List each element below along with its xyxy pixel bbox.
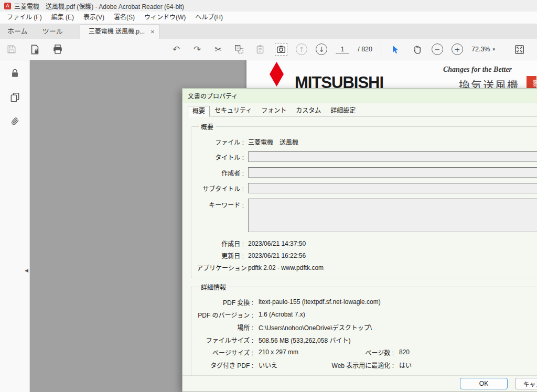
pdf-version-row: PDF のバージョン : 1.6 (Acrobat 7.x) xyxy=(197,308,537,321)
next-page-button[interactable]: ↓ xyxy=(316,43,327,55)
copy-special-button[interactable] xyxy=(233,43,245,56)
keywords-field[interactable] xyxy=(248,199,537,232)
mitsubishi-diamond-logo xyxy=(270,62,284,86)
file-label: ファイル : xyxy=(197,137,244,146)
menu-window[interactable]: ウィンドウ(W) xyxy=(139,12,190,24)
tab-advanced[interactable]: 詳細設定 xyxy=(326,105,360,116)
window-titlebar: A 三菱電機 送風機.pdf (保護) - Adobe Acrobat Read… xyxy=(0,0,537,12)
tab-security[interactable]: セキュリティ xyxy=(210,105,256,116)
save-button[interactable] xyxy=(5,43,18,56)
tab-tools[interactable]: ツール xyxy=(35,24,70,39)
menu-file[interactable]: ファイル (F) xyxy=(2,12,47,24)
author-row: 作成者 : xyxy=(197,167,537,178)
attachments-panel-button[interactable] xyxy=(9,116,20,126)
toolbar-divider xyxy=(381,43,381,56)
document-viewport[interactable]: MITSUBISHI Changes for the Better 換気送風機 … xyxy=(30,60,537,392)
keywords-label: キーワード : xyxy=(197,200,244,209)
keywords-row: キーワード : xyxy=(197,199,537,232)
printer-icon xyxy=(52,44,63,55)
hand-tool-button[interactable] xyxy=(411,43,423,56)
cut-button[interactable]: ✂ xyxy=(212,43,224,56)
content-area: ◀ MITSUBISHI Changes for the Better 換気送風… xyxy=(0,60,537,392)
dialog-tabstrip: 概要 セキュリティ フォント カスタム 詳細設定 xyxy=(188,106,537,117)
pagecount-label: ページ数 : xyxy=(327,348,394,357)
panel-collapse-icon[interactable]: ◀ xyxy=(25,268,28,273)
web-optimized-label: Web 表示用に最適化 : xyxy=(327,361,394,369)
camera-snapshot-icon xyxy=(276,45,286,54)
tab-close-icon[interactable]: × xyxy=(151,28,155,35)
pagecount-value: 820 xyxy=(399,349,537,356)
pdf-version-value: 1.6 (Acrobat 7.x) xyxy=(259,311,537,318)
dialog-footer: OK キャンセル xyxy=(182,375,537,391)
dialog-title: 文書のプロパティ xyxy=(188,91,537,100)
fit-page-icon xyxy=(514,45,524,55)
redo-button[interactable]: ↷ xyxy=(191,43,203,56)
page-total-label: / 820 xyxy=(358,46,372,53)
created-value: 2023/06/21 14:37:50 xyxy=(248,240,537,247)
web-optimized-value: はい xyxy=(399,361,537,369)
zoom-level-value: 72.3% xyxy=(471,46,490,53)
paperclip-icon xyxy=(10,116,20,126)
redo-icon: ↷ xyxy=(194,45,201,54)
pdf-converter-value: itext-paulo-155 (itextpdf.sf.net-lowagie… xyxy=(259,298,537,306)
menu-help[interactable]: ヘルプ(H) xyxy=(190,12,228,24)
brand-slogan: Changes for the Better xyxy=(443,66,512,74)
menu-sign[interactable]: 署名(S) xyxy=(109,12,139,24)
scissors-icon: ✂ xyxy=(214,45,222,54)
menu-view[interactable]: 表示(V) xyxy=(79,12,109,24)
location-value: C:\Users\nohoo\OneDrive\デスクトップ\ xyxy=(259,323,537,332)
author-field[interactable] xyxy=(248,167,537,178)
file-row: ファイル : 三菱電機 送風機 xyxy=(197,137,537,146)
tab-document[interactable]: 三菱電機 送風機.p... × xyxy=(80,24,159,39)
window-title: 三菱電機 送風機.pdf (保護) - Adobe Acrobat Reader… xyxy=(14,2,184,10)
location-label: 場所 : xyxy=(197,323,253,332)
menu-edit[interactable]: 編集 (E) xyxy=(47,12,79,24)
title-row: タイトル : xyxy=(197,151,537,162)
pagesize-label: ページサイズ : xyxy=(197,348,253,357)
page-number-input[interactable] xyxy=(336,45,349,54)
paste-clipboard-button[interactable] xyxy=(254,43,266,56)
select-tool-button[interactable] xyxy=(390,43,402,56)
zoom-in-button[interactable]: + xyxy=(452,43,463,55)
modified-label: 更新日 : xyxy=(197,251,244,260)
filesize-row: ファイルサイズ : 508.56 MB (533,262,058 バイト) xyxy=(197,333,537,346)
document-lock-icon xyxy=(30,45,40,55)
pages-icon xyxy=(10,92,20,102)
title-field[interactable] xyxy=(248,151,537,162)
undo-icon: ↶ xyxy=(173,45,180,54)
dialog-titlebar: 文書のプロパティ × xyxy=(182,89,537,103)
zoom-level-select[interactable]: 72.3% ▾ xyxy=(471,46,495,53)
created-label: 作成日 : xyxy=(197,239,244,248)
snapshot-tool-button[interactable] xyxy=(275,43,287,56)
previous-page-button[interactable]: ↑ xyxy=(296,43,307,55)
security-panel-button[interactable] xyxy=(9,68,20,78)
page-thumbnails-button[interactable] xyxy=(9,92,20,102)
subtitle-field[interactable] xyxy=(248,183,537,193)
summary-groupbox: 概要 ファイル : 三菱電機 送風機 タイトル : 作成者 : サ xyxy=(191,122,537,278)
cancel-button[interactable]: キャンセル xyxy=(515,378,537,389)
chevron-down-icon: ▾ xyxy=(492,47,495,52)
modified-row: 更新日 : 2023/06/21 16:22:56 xyxy=(197,249,537,262)
tab-custom[interactable]: カスタム xyxy=(291,105,326,116)
pdf-converter-label: PDF 変換 : xyxy=(197,298,253,307)
save-icon xyxy=(7,45,16,54)
protect-document-button[interactable] xyxy=(28,43,41,56)
tab-fonts[interactable]: フォント xyxy=(256,105,291,116)
print-button[interactable] xyxy=(51,43,64,56)
ok-button[interactable]: OK xyxy=(460,378,508,389)
zoom-out-button[interactable]: − xyxy=(432,43,443,55)
location-row: 場所 : C:\Users\nohoo\OneDrive\デスクトップ\ xyxy=(197,321,537,333)
hand-tool-icon xyxy=(412,45,422,55)
clipboard-icon xyxy=(255,45,265,54)
minus-icon: − xyxy=(435,46,441,53)
tagged-pdf-value: いいえ xyxy=(259,361,321,369)
tab-description[interactable]: 概要 xyxy=(188,106,210,117)
summary-legend: 概要 xyxy=(199,122,216,131)
pdf-version-label: PDF のバージョン : xyxy=(197,310,253,319)
tab-home[interactable]: ホーム xyxy=(0,24,35,39)
left-panel-sidebar: ◀ xyxy=(0,60,30,392)
created-row: 作成日 : 2023/06/21 14:37:50 xyxy=(197,237,537,249)
undo-button[interactable]: ↶ xyxy=(170,43,182,56)
pagesize-value: 210 x 297 mm xyxy=(259,349,321,356)
fit-page-button[interactable] xyxy=(513,43,525,56)
